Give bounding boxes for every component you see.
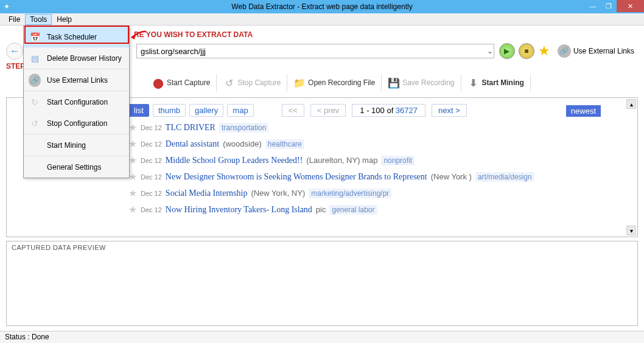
save-recording-button[interactable]: 💾Save Recording — [382, 74, 461, 91]
listing-title[interactable]: New Designer Showroom is Seeking Womens … — [166, 172, 427, 182]
close-button[interactable]: ✕ — [617, 0, 644, 12]
stop-button[interactable]: ■ — [519, 43, 534, 59]
tbtn-label: Save Recording — [402, 78, 454, 87]
go-button[interactable]: ▶ — [499, 43, 515, 59]
star-icon[interactable]: ★ — [128, 122, 137, 133]
view-filter-row: list thumb gallery map << < prev 1 - 100… — [128, 104, 619, 117]
tbtn-label: Stop Capture — [237, 78, 281, 87]
listing-date: Dec 12 — [141, 157, 162, 164]
view-list[interactable]: list — [128, 104, 149, 117]
undo-icon: ↺ — [29, 117, 41, 130]
maximize-button[interactable]: ❐ — [601, 0, 617, 12]
external-links-toggle[interactable]: 🔗 Use External Links — [554, 43, 638, 59]
listing-tag[interactable]: art/media/design — [475, 172, 534, 182]
minimize-button[interactable]: — — [585, 0, 601, 12]
start-mining-button[interactable]: ⬇Start Mining — [461, 74, 531, 91]
star-icon[interactable]: ★ — [128, 204, 137, 215]
dd-label: Stop Configuration — [47, 119, 107, 128]
url-input[interactable] — [136, 44, 494, 58]
captured-data-panel: CAPTURED DATA PREVIEW — [6, 241, 638, 326]
tbtn-label: Start Capture — [167, 78, 210, 87]
menu-start-config[interactable]: ↻ Start Configuration — [24, 91, 129, 113]
list-icon: ▤ — [29, 52, 41, 64]
window-title: Web Data Extractor - Extract web page da… — [231, 2, 412, 11]
range-total: 36727 — [396, 106, 418, 115]
dd-label: Task Scheduler — [47, 33, 97, 41]
scroll-up-button[interactable]: ▴ — [626, 99, 636, 109]
stop-capture-button[interactable]: ↺Stop Capture — [217, 74, 287, 91]
listing-date: Dec 12 — [141, 124, 162, 131]
menu-use-external-links[interactable]: 🔗 Use External Links — [24, 69, 129, 91]
dd-label: General Settings — [47, 163, 101, 172]
redo-icon: ↻ — [29, 96, 41, 108]
view-thumb[interactable]: thumb — [153, 104, 186, 117]
sort-newest[interactable]: newest — [566, 105, 601, 117]
open-recording-button[interactable]: 📁Open Recording File — [287, 74, 382, 91]
menu-tools[interactable]: Tools — [25, 14, 52, 25]
scroll-down-button[interactable]: ▾ — [626, 226, 636, 235]
link-icon: 🔗 — [558, 44, 571, 58]
star-icon[interactable]: ★ — [128, 171, 137, 182]
menubar: File Tools Help — [0, 13, 644, 26]
start-capture-button[interactable]: ⬤Start Capture — [146, 74, 217, 91]
menu-stop-config[interactable]: ↺ Stop Configuration — [24, 113, 129, 134]
view-gallery[interactable]: gallery — [189, 104, 223, 117]
listing-row[interactable]: ★Dec 12TLC DRIVERtransportation — [128, 122, 619, 133]
tbtn-label: Open Recording File — [308, 78, 375, 87]
dd-label: Use External Links — [47, 76, 108, 85]
star-icon[interactable]: ★ — [128, 154, 137, 166]
dd-label: Start Configuration — [47, 98, 108, 106]
menu-help[interactable]: Help — [52, 14, 77, 25]
stop-icon: ■ — [524, 47, 528, 55]
folder-icon: 📁 — [293, 77, 306, 89]
star-icon[interactable]: ★ — [128, 138, 137, 150]
save-icon: 💾 — [388, 77, 400, 89]
back-button[interactable]: ← — [6, 43, 23, 60]
record-icon: ⬤ — [152, 77, 164, 89]
favorite-icon[interactable]: ★ — [538, 43, 550, 59]
tbtn-label: Start Mining — [482, 78, 524, 87]
menu-task-scheduler[interactable]: 📅 Task Scheduler — [24, 26, 129, 47]
listing-place: (woodside) — [223, 139, 262, 148]
listing-date: Dec 12 — [141, 140, 162, 148]
menu-general-settings[interactable]: General Settings — [24, 156, 129, 178]
listing-row[interactable]: ★Dec 12Now Hiring Inventory Takers- Long… — [128, 204, 619, 215]
listing-tag[interactable]: general labor — [329, 205, 377, 215]
pager-next[interactable]: next > — [432, 104, 467, 117]
menu-delete-history[interactable]: ▤ Delete Browser History — [24, 47, 129, 69]
listing-title[interactable]: Social Media Internship — [166, 189, 248, 198]
listing-title[interactable]: Now Hiring Inventory Takers- Long Island — [166, 205, 312, 215]
undo-icon: ↺ — [223, 77, 235, 89]
link-icon: 🔗 — [29, 74, 41, 86]
menu-start-mining[interactable]: Start Mining — [24, 134, 129, 156]
captured-data-heading: CAPTURED DATA PREVIEW — [12, 244, 632, 251]
listing-row[interactable]: ★Dec 12Social Media Internship(New York,… — [128, 187, 619, 199]
listing-row[interactable]: ★Dec 12Middle School Group Leaders Neede… — [128, 154, 619, 166]
listing-place: pic — [316, 205, 326, 214]
status-text: Status : Done — [5, 333, 49, 341]
menu-file[interactable]: File — [4, 14, 25, 25]
pager: << < prev 1 - 100 of 36727 next > — [282, 104, 467, 117]
dropdown-arrow-icon[interactable]: ⌄ — [485, 47, 495, 55]
listing-row[interactable]: ★Dec 12New Designer Showroom is Seeking … — [128, 171, 619, 182]
listing-tag[interactable]: healthcare — [265, 139, 304, 149]
pager-range: 1 - 100 of 36727 — [352, 104, 425, 117]
listing-title[interactable]: TLC DRIVER — [166, 123, 215, 133]
listing-title[interactable]: Dental assistant — [166, 139, 219, 149]
listing-place: (New York, NY) — [251, 189, 305, 198]
ext-links-label: Use External Links — [573, 47, 634, 55]
listing-tag[interactable]: marketing/advertising/pr — [309, 189, 391, 198]
pager-first[interactable]: << — [282, 104, 304, 117]
listing-tag[interactable]: nonprofit — [381, 156, 415, 165]
app-icon: ✦ — [4, 2, 10, 11]
statusbar: Status : Done — [0, 331, 644, 343]
listing-row[interactable]: ★Dec 12Dental assistant(woodside)healthc… — [128, 138, 619, 150]
step1-label: RE YOU WISH TO EXTRACT DATA — [134, 30, 253, 39]
pager-prev[interactable]: < prev — [310, 104, 346, 117]
tools-dropdown: 📅 Task Scheduler ▤ Delete Browser Histor… — [23, 26, 130, 178]
view-map[interactable]: map — [227, 104, 253, 117]
calendar-icon: 📅 — [29, 31, 41, 43]
listing-title[interactable]: Middle School Group Leaders Needed!! — [166, 156, 303, 165]
star-icon[interactable]: ★ — [128, 187, 137, 199]
listing-tag[interactable]: transportation — [219, 123, 268, 133]
